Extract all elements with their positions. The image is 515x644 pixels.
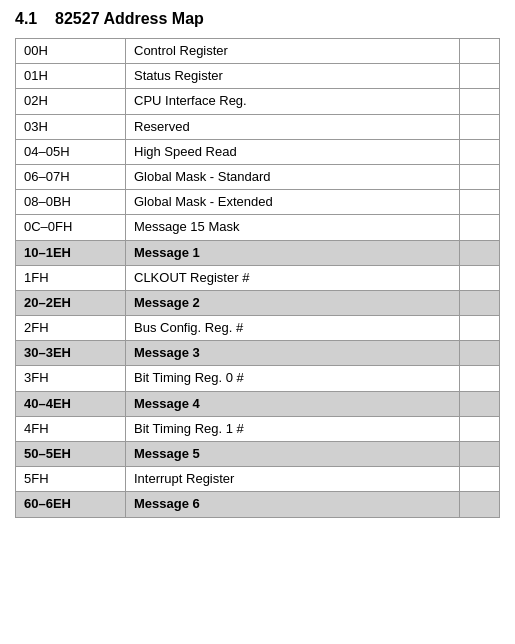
extra-cell <box>460 190 500 215</box>
extra-cell <box>460 114 500 139</box>
address-cell: 2FH <box>16 316 126 341</box>
address-cell: 03H <box>16 114 126 139</box>
table-row: 50–5EHMessage 5 <box>16 442 500 467</box>
description-cell: Message 1 <box>126 240 460 265</box>
address-cell: 50–5EH <box>16 442 126 467</box>
extra-cell <box>460 416 500 441</box>
table-row: 02HCPU Interface Reg. <box>16 89 500 114</box>
table-row: 40–4EHMessage 4 <box>16 391 500 416</box>
table-row: 4FHBit Timing Reg. 1 # <box>16 416 500 441</box>
description-cell: High Speed Read <box>126 139 460 164</box>
extra-cell <box>460 215 500 240</box>
description-cell: Message 4 <box>126 391 460 416</box>
extra-cell <box>460 265 500 290</box>
extra-cell <box>460 164 500 189</box>
page-title: 4.1 82527 Address Map <box>15 10 500 28</box>
address-cell: 0C–0FH <box>16 215 126 240</box>
table-row: 08–0BHGlobal Mask - Extended <box>16 190 500 215</box>
table-row: 5FHInterrupt Register <box>16 467 500 492</box>
extra-cell <box>460 442 500 467</box>
address-cell: 01H <box>16 64 126 89</box>
description-cell: Bit Timing Reg. 0 # <box>126 366 460 391</box>
description-cell: Global Mask - Standard <box>126 164 460 189</box>
table-row: 10–1EHMessage 1 <box>16 240 500 265</box>
table-row: 03HReserved <box>16 114 500 139</box>
extra-cell <box>460 316 500 341</box>
address-cell: 3FH <box>16 366 126 391</box>
description-cell: Message 15 Mask <box>126 215 460 240</box>
extra-cell <box>460 366 500 391</box>
address-cell: 00H <box>16 39 126 64</box>
address-cell: 40–4EH <box>16 391 126 416</box>
address-cell: 08–0BH <box>16 190 126 215</box>
description-cell: Interrupt Register <box>126 467 460 492</box>
address-cell: 06–07H <box>16 164 126 189</box>
table-row: 01HStatus Register <box>16 64 500 89</box>
table-row: 04–05HHigh Speed Read <box>16 139 500 164</box>
extra-cell <box>460 467 500 492</box>
description-cell: Bus Config. Reg. # <box>126 316 460 341</box>
table-row: 1FHCLKOUT Register # <box>16 265 500 290</box>
extra-cell <box>460 492 500 517</box>
description-cell: Message 2 <box>126 290 460 315</box>
address-cell: 5FH <box>16 467 126 492</box>
description-cell: Status Register <box>126 64 460 89</box>
address-cell: 1FH <box>16 265 126 290</box>
description-cell: Control Register <box>126 39 460 64</box>
address-cell: 20–2EH <box>16 290 126 315</box>
description-cell: Global Mask - Extended <box>126 190 460 215</box>
table-row: 30–3EHMessage 3 <box>16 341 500 366</box>
extra-cell <box>460 341 500 366</box>
table-row: 60–6EHMessage 6 <box>16 492 500 517</box>
extra-cell <box>460 89 500 114</box>
table-row: 20–2EHMessage 2 <box>16 290 500 315</box>
section-title: 82527 Address Map <box>55 10 204 27</box>
section-number: 4.1 <box>15 10 37 27</box>
description-cell: Bit Timing Reg. 1 # <box>126 416 460 441</box>
extra-cell <box>460 139 500 164</box>
address-map-table: 00HControl Register01HStatus Register02H… <box>15 38 500 518</box>
address-cell: 02H <box>16 89 126 114</box>
description-cell: Reserved <box>126 114 460 139</box>
description-cell: CLKOUT Register # <box>126 265 460 290</box>
description-cell: Message 5 <box>126 442 460 467</box>
address-cell: 4FH <box>16 416 126 441</box>
extra-cell <box>460 240 500 265</box>
extra-cell <box>460 290 500 315</box>
table-row: 3FHBit Timing Reg. 0 # <box>16 366 500 391</box>
extra-cell <box>460 39 500 64</box>
table-row: 0C–0FHMessage 15 Mask <box>16 215 500 240</box>
description-cell: Message 3 <box>126 341 460 366</box>
table-row: 2FHBus Config. Reg. # <box>16 316 500 341</box>
address-cell: 60–6EH <box>16 492 126 517</box>
description-cell: Message 6 <box>126 492 460 517</box>
address-cell: 10–1EH <box>16 240 126 265</box>
extra-cell <box>460 391 500 416</box>
address-cell: 04–05H <box>16 139 126 164</box>
description-cell: CPU Interface Reg. <box>126 89 460 114</box>
extra-cell <box>460 64 500 89</box>
address-cell: 30–3EH <box>16 341 126 366</box>
table-row: 06–07HGlobal Mask - Standard <box>16 164 500 189</box>
table-row: 00HControl Register <box>16 39 500 64</box>
